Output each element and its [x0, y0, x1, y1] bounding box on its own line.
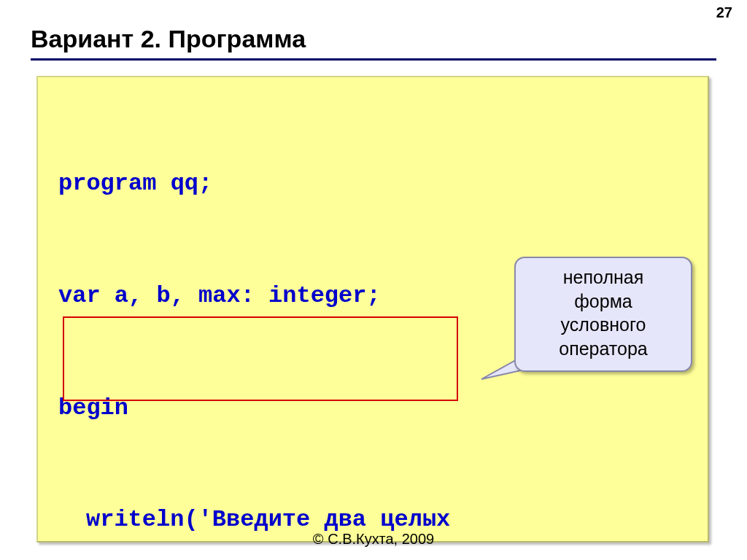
page-number: 27 [716, 4, 732, 21]
callout-line: оператора [522, 337, 685, 361]
code-line: begin [58, 389, 687, 427]
callout-line: форма [522, 289, 685, 314]
code-line: program qq; [58, 165, 687, 202]
callout-box: неполная форма условного оператора [514, 257, 692, 372]
title-divider [31, 58, 716, 61]
callout-line: неполная [522, 265, 685, 289]
footer-copyright: © С.В.Кухта, 2009 [0, 531, 747, 548]
slide-title: Вариант 2. Программа [31, 25, 306, 53]
callout-line: условного [522, 313, 685, 337]
